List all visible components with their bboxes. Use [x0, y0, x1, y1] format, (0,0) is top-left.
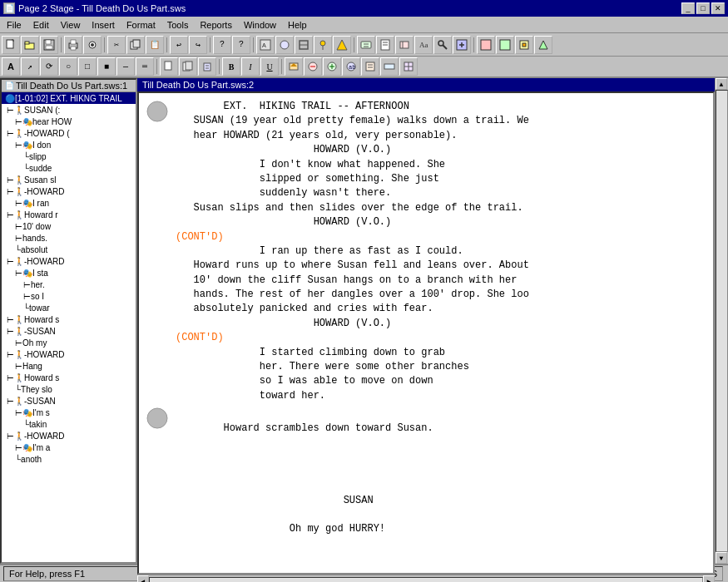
btn-print[interactable] [64, 36, 82, 54]
v-scrollbar[interactable]: ▲ ▼ [715, 78, 728, 564]
tree-item-ims[interactable]: ⊢🎭 I'm s [2, 407, 136, 418]
tree-item-soi[interactable]: ⊢ so I [2, 290, 136, 302]
btn-t4[interactable] [314, 36, 332, 54]
h-scrollbar[interactable]: ◄ ► [137, 575, 715, 583]
btn-cut[interactable]: ✂ [107, 36, 126, 54]
tree-item-howard2[interactable]: ⊢🚶 -HOWARD [2, 185, 136, 197]
tree-item-susan[interactable]: ⊢🚶 SUSAN (: [2, 104, 136, 116]
tree-item-scene[interactable]: 🔵 [1-01:02] EXT. HIKNG TRAIL -- [2, 92, 136, 104]
btn-t8[interactable] [395, 36, 414, 54]
tree-item-susan2[interactable]: ⊢🚶 -SUSAN [2, 325, 136, 337]
menu-view[interactable]: View [56, 19, 86, 31]
scroll-right-btn[interactable]: ► [703, 575, 715, 582]
maximize-btn[interactable]: □ [696, 2, 710, 14]
menu-format[interactable]: Format [121, 19, 161, 31]
btn2-f2[interactable] [304, 57, 322, 76]
btn2-circle[interactable]: ○ [59, 57, 77, 76]
tree-item-absol[interactable]: └ absolut [2, 244, 136, 255]
close-btn[interactable]: ✕ [711, 2, 725, 14]
tree-item-howard4[interactable]: ⊢🚶 -HOWARD [2, 348, 136, 360]
tree-item-anoth[interactable]: └ anoth [2, 453, 136, 465]
tree-item-iran[interactable]: ⊢🎭 I ran [2, 197, 136, 209]
scroll-down-btn[interactable]: ▼ [716, 552, 727, 564]
btn-preview[interactable] [83, 36, 102, 54]
menu-reports[interactable]: Reports [195, 19, 237, 31]
minimize-btn[interactable]: _ [681, 2, 695, 14]
tree-item-hands[interactable]: ⊢ hands. [2, 232, 136, 244]
tree-item-slipp[interactable]: └ slipp [2, 150, 136, 162]
tree-item-susan3[interactable]: ⊢🚶 -SUSAN [2, 395, 136, 407]
btn-new[interactable] [2, 36, 20, 54]
tree-item-sudde[interactable]: └ sudde [2, 162, 136, 174]
btn2-fill[interactable]: ■ [97, 57, 116, 76]
menu-help[interactable]: Help [283, 19, 312, 31]
btn-t7[interactable] [376, 36, 394, 54]
btn-paste[interactable]: 📋 [146, 36, 164, 54]
tree-item-ima[interactable]: ⊢🎭 I'm a [2, 441, 136, 453]
btn-undo[interactable]: ↩ [170, 36, 188, 54]
btn2-italic[interactable]: I [241, 57, 260, 76]
btn-t5[interactable] [333, 36, 351, 54]
btn2-line2[interactable]: ═ [136, 57, 154, 76]
tree-item-howard3[interactable]: ⊢🚶 -HOWARD [2, 255, 136, 267]
tree-item-10down[interactable]: ⊢ 10' dow [2, 220, 136, 232]
tree-item-ohmy[interactable]: ⊢ Oh my [2, 337, 136, 348]
tree-item-hear[interactable]: ⊢🎭 hear HOW [2, 116, 136, 127]
tree-item-howard5[interactable]: ⊢🚶 -HOWARD [2, 430, 136, 441]
btn2-line1[interactable]: — [116, 57, 135, 76]
btn-t13[interactable] [496, 36, 514, 54]
tree-item-susan-sl[interactable]: ⊢🚶 Susan sl [2, 174, 136, 185]
tree-item-howard1[interactable]: ⊢🚶 -HOWARD ( [2, 127, 136, 139]
btn2-doc1[interactable] [160, 57, 178, 76]
btn2-a[interactable]: A [2, 57, 20, 76]
btn2-f1[interactable] [285, 57, 303, 76]
tree-item-hang[interactable]: ⊢ Hang [2, 360, 136, 372]
tree-item-ista[interactable]: ⊢🎭 I sta [2, 267, 136, 279]
btn2-f4[interactable]: ab [342, 57, 360, 76]
btn2-doc3[interactable] [198, 57, 216, 76]
tree-item-howard-r[interactable]: ⊢🚶 Howard r [2, 209, 136, 220]
btn-t15[interactable] [534, 36, 552, 54]
scroll-v-track[interactable] [716, 90, 728, 552]
btn2-underline[interactable]: U [260, 57, 279, 76]
tree-item-theyslo[interactable]: └ They slo [2, 383, 136, 395]
tree-item-howard-s2[interactable]: ⊢🚶 Howard s [2, 372, 136, 383]
btn-t2[interactable] [275, 36, 294, 54]
btn-open[interactable] [21, 36, 39, 54]
menu-file[interactable]: File [2, 19, 27, 31]
btn2-arrow[interactable]: ↗ [21, 57, 39, 76]
tree-item-howard-s[interactable]: ⊢🚶 Howard s [2, 313, 136, 325]
btn-t14[interactable] [515, 36, 533, 54]
btn-t9[interactable]: Aa [414, 36, 433, 54]
btn-t3[interactable] [295, 36, 313, 54]
btn-t11[interactable] [453, 36, 471, 54]
scroll-left-btn[interactable]: ◄ [137, 575, 149, 582]
btn2-rect[interactable]: □ [78, 57, 97, 76]
scroll-track[interactable] [149, 577, 703, 582]
btn-t12[interactable] [477, 36, 495, 54]
btn2-f7[interactable] [399, 57, 418, 76]
tree-item-towar[interactable]: └ towar [2, 302, 136, 313]
btn-help[interactable]: ? [213, 36, 231, 54]
btn-copy[interactable] [126, 36, 145, 54]
btn2-bold[interactable]: B [222, 57, 240, 76]
btn2-rotate[interactable]: ⟳ [40, 57, 58, 76]
menu-window[interactable]: Window [239, 19, 281, 31]
scroll-up-btn[interactable]: ▲ [716, 78, 727, 90]
btn-save[interactable] [40, 36, 58, 54]
menu-tools[interactable]: Tools [162, 19, 194, 31]
tree-item-takin[interactable]: └ takin [2, 418, 136, 430]
btn2-f3[interactable] [323, 57, 341, 76]
btn-t6[interactable] [357, 36, 375, 54]
btn-t10[interactable] [433, 36, 452, 54]
tree-item-idon[interactable]: ⊢🎭 I don [2, 139, 136, 150]
btn2-doc2[interactable] [179, 57, 197, 76]
menu-edit[interactable]: Edit [28, 19, 54, 31]
script-content[interactable]: EXT. HIKING TRAIL -- AFTERNOON SUSAN (19… [137, 91, 715, 575]
btn-t1[interactable]: A [256, 36, 275, 54]
tree-item-her[interactable]: ⊢ her. [2, 279, 136, 290]
menu-insert[interactable]: Insert [87, 19, 120, 31]
btn-redo[interactable]: ↪ [189, 36, 207, 54]
btn-help2[interactable]: ? [232, 36, 250, 54]
btn2-f5[interactable] [361, 57, 379, 76]
